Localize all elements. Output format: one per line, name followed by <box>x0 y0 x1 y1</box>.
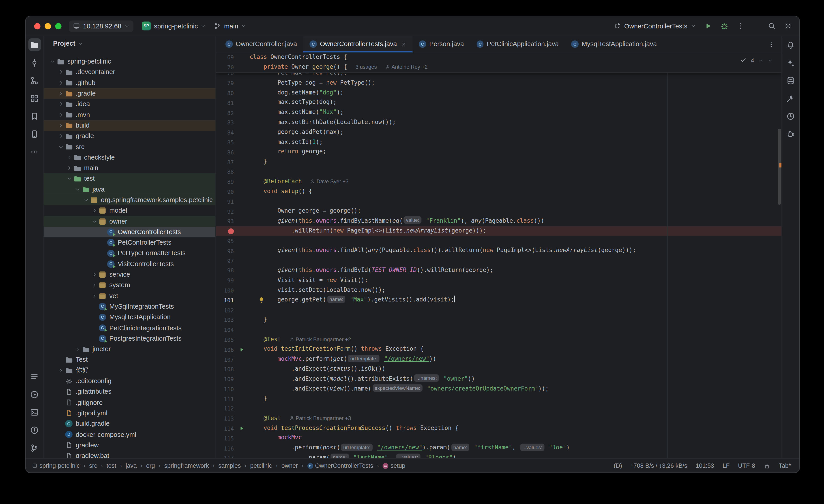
close-window-button[interactable] <box>34 23 40 29</box>
breadcrumb-item[interactable]: msetup <box>383 463 405 469</box>
tree-item[interactable]: src <box>44 141 215 152</box>
tree-item[interactable]: CVisitControllerTests <box>44 259 215 269</box>
code-line[interactable]: 109 .andExpect(model().attributeExists(.… <box>216 374 782 384</box>
line-number[interactable]: 116 <box>216 445 234 451</box>
code-line[interactable]: 79 PetType dog = new PetType(); <box>216 78 782 88</box>
database-button[interactable] <box>784 74 797 87</box>
line-number[interactable]: 100 <box>216 287 234 293</box>
editor-tab[interactable]: CPetClinicApplication.java <box>470 36 565 52</box>
run-test-icon[interactable] <box>239 426 244 431</box>
code-line[interactable]: 111 } <box>216 394 782 404</box>
line-number[interactable]: 111 <box>216 396 234 402</box>
tree-item[interactable]: Ddocker-compose.yml <box>44 429 215 440</box>
run-tool-button[interactable] <box>28 388 41 401</box>
more-actions-button[interactable] <box>737 22 744 30</box>
tree-item[interactable]: owner <box>44 216 215 227</box>
tree-chevron-icon[interactable] <box>91 293 98 298</box>
connection-indicator-widget[interactable]: (D) <box>614 463 622 469</box>
tree-chevron-icon[interactable] <box>82 198 90 203</box>
tree-item[interactable]: model <box>44 206 215 216</box>
build-tool-button[interactable] <box>784 92 797 105</box>
tree-item[interactable]: CMysqlTestApplication <box>44 312 215 323</box>
pull-requests-tool-button[interactable] <box>28 74 41 87</box>
project-selector[interactable]: SP spring-petclinic <box>138 19 210 33</box>
line-number[interactable]: 70 <box>216 64 234 71</box>
code-line[interactable]: 90 void setup() { <box>216 186 782 197</box>
tree-item[interactable]: .editorconfig <box>44 376 215 386</box>
todo-tool-button[interactable] <box>28 370 41 383</box>
code-line[interactable]: 91 <box>216 197 782 206</box>
inspections-widget[interactable]: 4 <box>740 56 773 64</box>
encoding-widget[interactable]: UTF-8 <box>738 463 755 469</box>
tree-item[interactable]: CPetControllerTests <box>44 237 215 248</box>
run-configuration-selector[interactable]: OwnerControllerTests <box>614 22 696 30</box>
zoom-window-button[interactable] <box>55 23 61 29</box>
author-hint[interactable]: Dave Syer +3 <box>310 178 349 184</box>
caret-position-widget[interactable]: 101:53 <box>696 463 714 469</box>
history-tool-button[interactable] <box>784 110 797 122</box>
tree-chevron-icon[interactable] <box>57 112 65 117</box>
tree-chevron-icon[interactable] <box>74 186 82 192</box>
line-number[interactable]: 101 <box>216 297 234 303</box>
author-hint[interactable]: Antoine Rey +2 <box>385 64 427 70</box>
commit-tool-button[interactable] <box>28 56 41 69</box>
tree-item[interactable]: gradlew <box>44 440 215 451</box>
breadcrumb-item[interactable]: spring-petclinic <box>32 463 80 469</box>
branch-selector[interactable]: main <box>210 20 250 32</box>
intention-bulb-icon[interactable] <box>258 296 265 303</box>
tree-item[interactable]: system <box>44 280 215 291</box>
line-number[interactable]: 107 <box>216 356 234 363</box>
line-number[interactable]: 85 <box>216 139 234 145</box>
tree-chevron-icon[interactable] <box>91 272 98 277</box>
author-hint[interactable]: Patrick Baumgartner +3 <box>289 415 351 421</box>
line-number[interactable]: 96 <box>216 248 234 254</box>
line-number[interactable]: 86 <box>216 149 234 155</box>
line-number[interactable]: 99 <box>216 277 234 283</box>
terminal-tool-button[interactable] <box>28 406 41 418</box>
tree-item[interactable]: java <box>44 184 215 195</box>
line-number[interactable]: 82 <box>216 109 234 116</box>
tree-chevron-icon[interactable] <box>66 165 73 170</box>
line-number[interactable]: 79 <box>216 80 234 86</box>
line-number[interactable] <box>216 228 234 234</box>
line-number[interactable]: 95 <box>216 238 234 244</box>
line-number[interactable]: 103 <box>216 317 234 323</box>
line-number[interactable]: 115 <box>216 435 234 442</box>
tree-item[interactable]: org.springframework.samples.petclinic <box>44 195 215 206</box>
line-number[interactable]: 105 <box>216 336 234 343</box>
code-line[interactable]: 113 @TestPatrick Baumgartner +3 <box>216 413 782 423</box>
line-number[interactable]: 104 <box>216 327 234 333</box>
tree-item[interactable]: .github <box>44 78 215 88</box>
run-button[interactable] <box>704 22 712 30</box>
line-number[interactable]: 113 <box>216 415 234 422</box>
breadcrumb-item[interactable]: owner <box>282 463 298 469</box>
line-number[interactable]: 108 <box>216 366 234 372</box>
tree-chevron-icon[interactable] <box>57 70 65 75</box>
tree-item[interactable]: vet <box>44 290 215 301</box>
tab-close-icon[interactable] <box>401 41 406 46</box>
code-line[interactable]: 85 max.setId(1); <box>216 137 782 147</box>
line-number[interactable]: 110 <box>216 386 234 392</box>
tree-chevron-icon[interactable] <box>91 283 98 288</box>
line-number[interactable]: 84 <box>216 129 234 135</box>
line-number[interactable]: 114 <box>216 425 234 431</box>
project-panel-header[interactable]: Project <box>44 36 215 51</box>
usages-hint[interactable]: 3 usages <box>355 64 377 70</box>
tree-item[interactable]: build <box>44 120 215 131</box>
tree-item[interactable]: .devcontainer <box>44 67 215 78</box>
code-line[interactable]: 112 <box>216 404 782 413</box>
tree-item[interactable]: main <box>44 163 215 173</box>
line-number[interactable]: 89 <box>216 178 234 185</box>
ai-assistant-button[interactable] <box>784 56 797 69</box>
code-line[interactable]: 108 .andExpect(status().isOk()) <box>216 364 782 374</box>
tree-item[interactable]: gradle <box>44 131 215 141</box>
code-line[interactable]: 99 Visit visit = new Visit(); <box>216 275 782 285</box>
tree-item[interactable]: CPetTypeFormatterTests <box>44 248 215 259</box>
code-line[interactable]: 95 <box>216 236 782 246</box>
breadcrumb-item[interactable]: samples <box>218 463 241 469</box>
debug-button[interactable] <box>721 22 728 30</box>
problems-tool-button[interactable] <box>28 424 41 436</box>
line-number[interactable]: 80 <box>216 90 234 96</box>
line-number[interactable]: 69 <box>216 54 234 60</box>
tree-item[interactable]: .gradle <box>44 88 215 99</box>
